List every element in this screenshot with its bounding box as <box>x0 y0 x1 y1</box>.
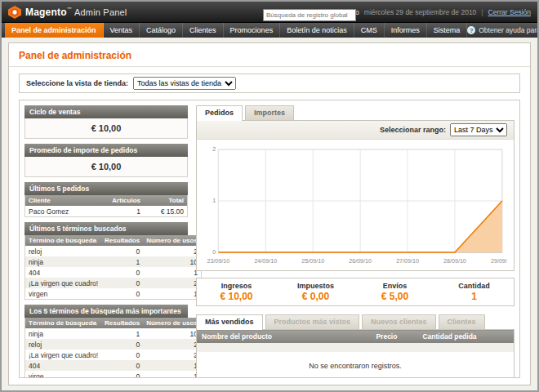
stat-label: Impuestos <box>276 282 355 290</box>
dashboard: Ciclo de ventas € 10,00 Promedio de impo… <box>19 100 520 378</box>
chart-panel: Seleccionar rango: Last 7 Days 01223/09/… <box>196 120 514 271</box>
nav-item[interactable]: Ventas <box>104 23 140 38</box>
dashboard-left-column: Ciclo de ventas € 10,00 Promedio de impo… <box>24 105 188 372</box>
nav-item[interactable]: CMS <box>354 23 385 38</box>
table-row: ninja110 <box>25 328 202 339</box>
top-search-terms-box: Los 5 términos de búsqueda más important… <box>24 305 188 378</box>
stat-label: Ingresos <box>197 282 276 290</box>
column-header: Total <box>144 195 188 206</box>
help-link[interactable]: ? Obtener ayuda para esta página <box>467 23 539 38</box>
svg-text:23/09/10: 23/09/10 <box>207 258 229 264</box>
table-row: 40401 <box>25 360 202 371</box>
magento-logo[interactable]: Magento™Admin Panel <box>8 6 127 19</box>
stat-label: Envíos <box>355 282 434 290</box>
logo-text: Magento™Admin Panel <box>25 7 127 18</box>
content-panel: Panel de administración Seleccione la vi… <box>8 42 531 385</box>
range-selector-row: Seleccionar rango: Last 7 Days <box>197 121 514 140</box>
column-header: Nombre del producto <box>197 330 372 344</box>
store-switcher: Seleccione la vista de tienda: Todas las… <box>19 74 520 93</box>
tab[interactable]: Productos más vistos <box>265 314 360 329</box>
logout-link[interactable]: Cerrar Sesión <box>488 8 531 16</box>
column-header: Resultados <box>101 235 143 246</box>
lifetime-sales-box: Ciclo de ventas € 10,00 <box>24 105 188 139</box>
store-view-label: Seleccione la vista de tienda: <box>26 79 128 87</box>
svg-text:26/09/10: 26/09/10 <box>349 258 372 264</box>
stat-value: € 10,00 <box>197 291 276 302</box>
stat-value: € 5,00 <box>355 291 434 302</box>
header-bar: Magento™Admin Panel Accedió como aparo m… <box>2 2 537 23</box>
column-header: Cliente <box>25 195 94 206</box>
column-header: Término de búsqueda <box>25 235 102 246</box>
svg-text:24/09/10: 24/09/10 <box>254 258 277 264</box>
tab[interactable]: Más vendidos <box>196 314 263 330</box>
range-select[interactable]: Last 7 Days <box>450 123 507 136</box>
store-view-select[interactable]: Todas las vistas de tienda <box>133 77 236 90</box>
svg-text:29/09/10: 29/09/10 <box>491 258 507 264</box>
empty-message-row: No se encontraron registros. <box>197 352 514 378</box>
nav-items: Panel de administraciónVentasCatálogoCli… <box>5 23 467 38</box>
average-orders-box: Promedio de importe de pedidos € 10,00 <box>24 144 188 177</box>
chart-tabs: PedidosImportes <box>196 105 514 120</box>
lifetime-sales-value: € 10,00 <box>24 118 188 139</box>
page-body: Panel de administración Seleccione la vi… <box>2 38 537 390</box>
lifetime-sales-title: Ciclo de ventas <box>24 105 188 118</box>
nav-item[interactable]: Boletín de noticias <box>280 23 354 38</box>
nav-item[interactable]: Panel de administración <box>5 23 104 38</box>
column-header: Resultados <box>101 318 143 328</box>
last-orders-table: ClienteArtículosTotalPaco Gomez1€ 15.00 <box>24 195 188 217</box>
table-row: ninja110 <box>25 256 202 267</box>
tab[interactable]: Pedidos <box>196 105 243 121</box>
separator: | <box>481 8 483 16</box>
nav-item[interactable]: Clientes <box>183 23 224 38</box>
empty-message: No se encontraron registros. <box>197 352 514 378</box>
svg-text:2: 2 <box>212 147 216 153</box>
magento-logo-icon <box>8 6 21 19</box>
nav-item[interactable]: Catálogo <box>140 23 183 38</box>
column-header: Artículos <box>93 195 144 206</box>
logo-subtitle: Admin Panel <box>74 7 127 17</box>
svg-text:27/09/10: 27/09/10 <box>396 258 419 264</box>
chart-area: 01223/09/1024/09/1025/09/1026/09/1027/09… <box>197 140 514 270</box>
tab[interactable]: Clientes <box>439 314 485 329</box>
nav-item[interactable]: Informes <box>385 23 427 38</box>
svg-text:1: 1 <box>212 198 216 204</box>
nav-item[interactable]: Promociones <box>224 23 281 38</box>
main-nav: Panel de administraciónVentasCatálogoCli… <box>2 23 537 38</box>
global-search <box>263 6 356 21</box>
svg-text:0: 0 <box>212 250 216 256</box>
table-row: reloj02 <box>25 246 202 256</box>
dashboard-right-column: PedidosImportes Seleccionar rango: Last … <box>196 105 514 372</box>
current-date: miércoles 29 de septiembre de 2010 <box>364 8 477 16</box>
help-label: Obtener ayuda para esta página <box>479 26 539 34</box>
total-stat: Cantidad1 <box>434 282 514 302</box>
global-search-input[interactable] <box>263 9 356 21</box>
table-row: ¡La virgen que cuadro!02 <box>25 350 202 360</box>
page-title: Panel de administración <box>19 50 520 61</box>
tab[interactable]: Nuevos clientes <box>362 314 436 329</box>
grid-tabs: Más vendidosProductos más vistosNuevos c… <box>196 314 514 329</box>
admin-window: Magento™Admin Panel Accedió como aparo m… <box>0 0 539 392</box>
total-stat: Envíos€ 5,00 <box>355 282 434 302</box>
trademark-mark: ™ <box>67 7 72 11</box>
stat-value: 1 <box>434 291 514 302</box>
svg-text:25/09/10: 25/09/10 <box>301 258 324 264</box>
top-search-terms-title: Los 5 términos de búsqueda más important… <box>24 305 188 318</box>
column-header: Precio <box>371 330 417 344</box>
column-header: Cantidad pedida <box>417 330 514 344</box>
last-orders-title: Últimos 5 pedidos <box>24 182 188 195</box>
last-orders-box: Últimos 5 pedidos ClienteArtículosTotalP… <box>24 182 188 217</box>
column-header: Número de usos <box>143 318 201 328</box>
totals-bar: Ingresos€ 10,00Impuestos€ 0,00Envíos€ 5,… <box>196 278 514 306</box>
table-row: Paco Gomez1€ 15.00 <box>25 206 188 217</box>
svg-text:28/09/10: 28/09/10 <box>443 258 466 264</box>
tab[interactable]: Importes <box>245 105 294 120</box>
help-icon: ? <box>467 26 475 34</box>
nav-item[interactable]: Sistema <box>427 23 468 38</box>
products-grid: Nombre del productoPrecioCantidad pedida… <box>196 329 514 378</box>
empty-stripe-row <box>197 343 514 352</box>
table-row: ¡La virgen que cuadro!02 <box>25 278 202 288</box>
top-search-terms-table: Término de búsquedaResultadosNúmero de u… <box>24 318 202 378</box>
average-orders-value: € 10,00 <box>24 157 188 177</box>
column-header: Término de búsqueda <box>25 318 102 328</box>
stat-value: € 0,00 <box>276 291 355 302</box>
